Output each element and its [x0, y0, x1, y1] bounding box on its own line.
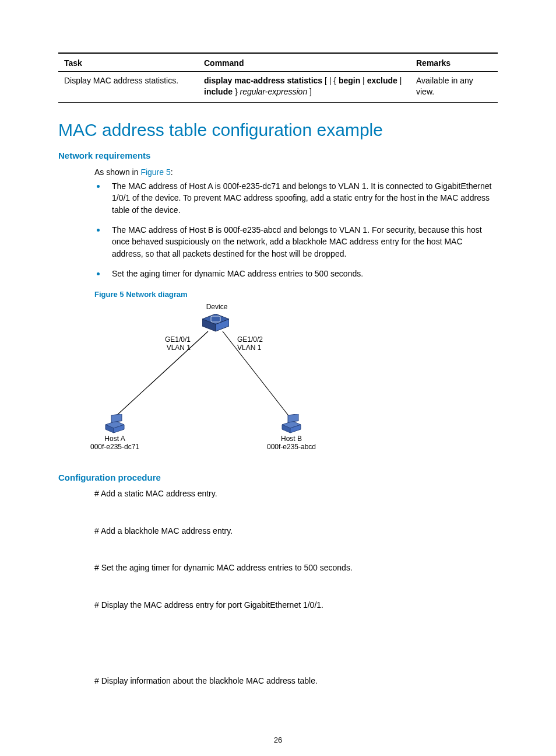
table-header-row: Task Command Remarks — [58, 53, 498, 72]
cell-remarks: Available in any view. — [410, 72, 498, 103]
hostb-label: Host B 000f-e235-abcd — [256, 435, 326, 452]
list-item: The MAC address of Host B is 000f-e235-a… — [94, 224, 498, 268]
procedure-step: # Display information about the blackhol… — [94, 676, 498, 687]
hosta-name: Host A — [104, 435, 125, 443]
cmd-arg: regular-expression — [240, 87, 307, 96]
intro-line: As shown in Figure 5: — [94, 166, 492, 178]
vlan1-text: VLAN 1 — [167, 344, 191, 352]
cell-task: Display MAC address statistics. — [58, 72, 198, 103]
svg-marker-13 — [288, 414, 298, 422]
subsection-configuration-procedure: Configuration procedure — [58, 473, 498, 482]
cmd-text: [ | { — [322, 76, 339, 85]
requirements-list: The MAC address of Host A is 000f-e235-d… — [94, 180, 498, 288]
procedure-step: # Add a blackhole MAC address entry. — [94, 526, 498, 537]
procedure-step: # Set the aging timer for dynamic MAC ad… — [94, 562, 498, 574]
cell-command: display mac-address statistics [ | { beg… — [198, 72, 410, 103]
cmd-text: | — [360, 76, 367, 85]
th-command: Command — [198, 53, 410, 72]
table-row: Display MAC address statistics. display … — [58, 72, 498, 103]
hostb-name: Host B — [281, 435, 302, 443]
cmd-text: | — [397, 76, 402, 85]
vlan2-text: VLAN 1 — [237, 344, 261, 352]
cmd-keyword: display mac-address statistics — [204, 76, 322, 85]
port-label-ge2: GE1/0/2 VLAN 1 — [237, 336, 272, 352]
device-label: Device — [202, 303, 231, 312]
hosta-mac: 000f-e235-dc71 — [90, 443, 139, 451]
port-label-ge1: GE1/0/1 VLAN 1 — [156, 336, 191, 352]
cmd-text: } — [233, 87, 240, 96]
network-diagram: Device GE1/0/1 VLAN 1 GE1/0/2 VLAN 1 Hos… — [94, 303, 339, 455]
cmd-text: ] — [307, 87, 312, 96]
procedure-step: # Add a static MAC address entry. — [94, 488, 498, 500]
ge2-text: GE1/0/2 — [237, 335, 263, 344]
command-table: Task Command Remarks Display MAC address… — [58, 52, 498, 103]
subsection-network-requirements: Network requirements — [58, 150, 498, 160]
computer-icon — [103, 414, 126, 435]
section-heading: MAC address table configuration example — [58, 120, 498, 140]
cmd-keyword: begin — [339, 76, 360, 85]
page: Task Command Remarks Display MAC address… — [0, 0, 556, 756]
ge1-text: GE1/0/1 — [165, 335, 191, 344]
cmd-keyword: include — [204, 87, 233, 96]
list-item: The MAC address of Host A is 000f-e235-d… — [94, 180, 498, 224]
svg-marker-9 — [111, 414, 122, 422]
th-remarks: Remarks — [410, 53, 498, 72]
page-number: 26 — [0, 736, 556, 744]
procedure-step: # Display the MAC address entry for port… — [94, 600, 498, 611]
figure-link[interactable]: Figure 5 — [140, 167, 170, 177]
switch-icon — [202, 314, 229, 332]
figure-caption: Figure 5 Network diagram — [94, 290, 498, 299]
cmd-keyword: exclude — [367, 76, 397, 85]
th-task: Task — [58, 53, 198, 72]
intro-post: : — [171, 167, 173, 177]
computer-icon — [280, 414, 303, 435]
list-item: Set the aging timer for dynamic MAC addr… — [94, 268, 498, 288]
intro-pre: As shown in — [94, 167, 140, 177]
hostb-mac: 000f-e235-abcd — [267, 443, 316, 451]
hosta-label: Host A 000f-e235-dc71 — [80, 435, 150, 452]
